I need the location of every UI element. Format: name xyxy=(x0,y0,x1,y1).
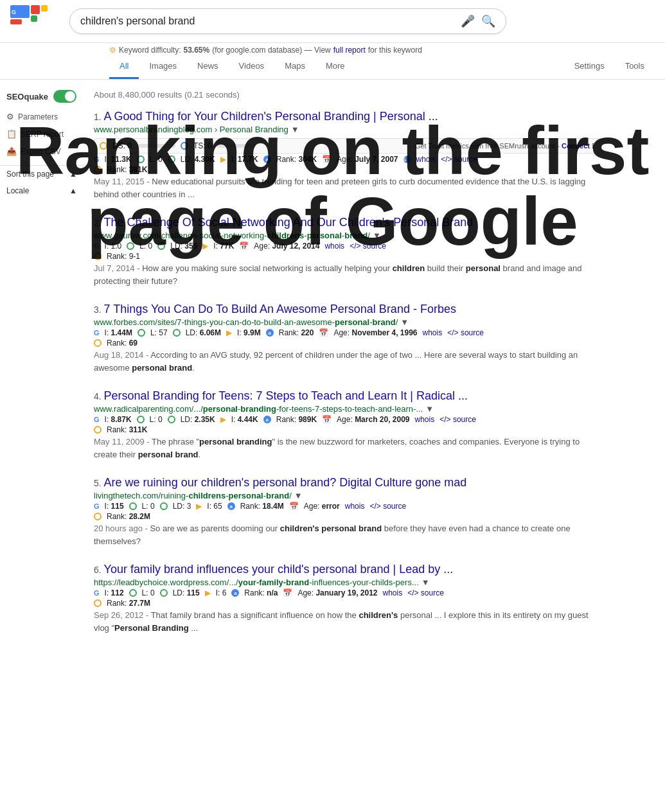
seoquake-toggle-row: SEOquake xyxy=(0,85,84,108)
url-dropdown[interactable]: ▼ xyxy=(294,491,303,500)
svg-rect-1 xyxy=(31,5,40,14)
ld-icon xyxy=(168,416,175,423)
result-snippet: So are we as parents dooming our childre… xyxy=(94,524,571,546)
kw-full-report-link[interactable]: full report xyxy=(333,46,366,55)
metric-rank: Rank: n/a xyxy=(244,588,278,597)
kw-note: (for google.com database) — View xyxy=(212,46,331,55)
search-box[interactable]: 🎤 🔍 xyxy=(69,8,506,34)
cal-icon: 📅 xyxy=(239,242,249,251)
seo-metrics-2: Rank: 28.2M xyxy=(94,512,600,521)
result-number: 3. 7 Things You Can Do To Build An Aweso… xyxy=(94,303,600,316)
source-link[interactable]: </> source xyxy=(350,242,386,251)
whois-link[interactable]: whois xyxy=(324,242,344,251)
tab-all[interactable]: All xyxy=(109,55,139,79)
sidebar-parameters[interactable]: ⚙ Parameters xyxy=(0,108,84,125)
whois-link[interactable]: whois xyxy=(345,502,365,511)
source-link[interactable]: </> source xyxy=(439,415,476,424)
result-title-link[interactable]: Are we ruining our children's personal b… xyxy=(104,476,467,489)
rank-icon: a xyxy=(266,329,274,337)
result-date-snippet: May 11, 2009 - The phrase "personal bran… xyxy=(94,436,600,461)
whois-link[interactable]: whois xyxy=(423,328,443,337)
metric-g: G xyxy=(94,329,100,337)
metric-rank2: Rank: 28.2M xyxy=(107,512,150,521)
svg-rect-4 xyxy=(10,19,22,24)
seo-metrics: G I: 1.44M L: 57 LD: 6.06M ▶ I: 9.9M a R… xyxy=(94,328,600,337)
result-title-link[interactable]: The Challenge Of Social Networking And O… xyxy=(104,216,474,229)
rank-icon: a xyxy=(227,502,235,510)
cal-icon: 📅 xyxy=(289,502,299,511)
tab-settings[interactable]: Settings xyxy=(564,55,615,79)
locale-chevron-icon: ▲ xyxy=(69,186,77,195)
source-link[interactable]: </> source xyxy=(441,155,477,164)
search-icon[interactable]: 🔍 xyxy=(481,14,495,28)
result-snippet: That family brand has a significant infl… xyxy=(94,610,589,633)
source-link[interactable]: </> source xyxy=(447,328,484,337)
source-link[interactable]: </> source xyxy=(407,588,444,597)
result-title-link[interactable]: 7 Things You Can Do To Build An Awesome … xyxy=(104,303,456,315)
mic-icon[interactable]: 🎤 xyxy=(461,14,475,28)
tab-more[interactable]: More xyxy=(315,55,355,79)
result-url: www.forbes.com/sites/7-things-you-can-do… xyxy=(94,317,600,327)
url-dropdown[interactable]: ▼ xyxy=(400,317,409,327)
l-icon xyxy=(129,502,137,510)
sidebar-export-csv[interactable]: 📤 Export CSV xyxy=(0,143,84,160)
bullet-orange: ▶ xyxy=(226,328,232,337)
metric-rank2: Rank: 27.7M xyxy=(107,599,150,608)
l-icon xyxy=(137,155,145,163)
metric-l: L: 0 xyxy=(142,502,155,511)
result-date-snippet: May 11, 2015 - New educational pursuits … xyxy=(94,175,600,200)
ld-icon xyxy=(160,589,168,597)
locale-toggle[interactable]: Locale ▲ xyxy=(6,186,77,195)
tab-tools[interactable]: Tools xyxy=(615,55,655,79)
metric-rank: Rank: 220 xyxy=(279,328,314,337)
result-title-link[interactable]: Your family brand influences your child'… xyxy=(104,563,454,576)
whois-link[interactable]: whois xyxy=(415,415,435,424)
tab-images[interactable]: Images xyxy=(139,55,187,79)
result-item: 3. 7 Things You Can Do To Build An Aweso… xyxy=(94,303,600,374)
export-icon: 📤 xyxy=(6,146,17,156)
url-dropdown[interactable]: ▼ xyxy=(421,578,430,587)
sort-this-page[interactable]: Sort this page ▲ xyxy=(6,170,77,179)
search-input[interactable] xyxy=(80,15,454,27)
url-dropdown[interactable]: ▼ xyxy=(291,125,299,134)
metric-age: Age: November 4, 1996 xyxy=(333,328,417,337)
source-link[interactable]: </> source xyxy=(369,502,406,511)
bullet-orange: ▶ xyxy=(202,242,208,251)
svg-rect-2 xyxy=(41,5,48,12)
metric-rank: Rank: 18.4M xyxy=(240,502,284,511)
semrush-connect-link[interactable]: Connect xyxy=(562,142,590,150)
metric-i: I: 115 xyxy=(105,502,124,511)
url-dropdown[interactable]: ▼ xyxy=(373,231,381,240)
person-icon: 👤 xyxy=(403,155,411,163)
result-title-link[interactable]: A Good Thing for Your Children's Persona… xyxy=(104,110,438,123)
tab-news[interactable]: News xyxy=(187,55,229,79)
tab-videos[interactable]: Videos xyxy=(229,55,275,79)
result-number: 1. A Good Thing for Your Children's Pers… xyxy=(94,110,600,123)
metric-i: I: 112 xyxy=(105,588,124,597)
whois-link[interactable]: whois xyxy=(416,155,436,164)
rank-icon: a xyxy=(231,589,239,597)
seo-metrics: G I: 11.3K L: 0 LD: 4.30K ▶ I: 17.7K a R… xyxy=(94,155,600,164)
seo-metrics-2: Rank: 9-1 xyxy=(94,252,600,261)
rank2-circle xyxy=(94,513,102,520)
result-number: 6. Your family brand influences your chi… xyxy=(94,563,600,576)
sidebar-serp-report[interactable]: 📋 SERP report xyxy=(0,125,84,143)
metric-rank2: Rank: 311K xyxy=(107,425,147,434)
metric-l: L: 57 xyxy=(150,328,168,337)
result-number: 4. Personal Branding for Teens: 7 Steps … xyxy=(94,389,600,403)
l-icon xyxy=(137,329,145,337)
locale-section: Locale ▲ xyxy=(0,182,84,199)
google-logo: G xyxy=(10,5,55,32)
seo-metrics: G I: 8.87K L: 0 LD: 2.35K ▶ I: 4.44K a R… xyxy=(94,415,600,424)
seoquake-toggle-switch[interactable] xyxy=(53,90,76,103)
main-layout: SEOquake ⚙ Parameters 📋 SERP report 📤 Ex… xyxy=(0,80,665,660)
whois-link[interactable]: whois xyxy=(383,588,403,597)
url-text: https://leadbychoice.wordpress.com/.../y… xyxy=(94,578,419,587)
metric-age: Age: error xyxy=(304,502,340,511)
sidebar-export-label: Export CSV xyxy=(21,147,61,156)
cal-icon: 📅 xyxy=(283,588,292,597)
tab-maps[interactable]: Maps xyxy=(274,55,315,79)
result-title-link[interactable]: Personal Branding for Teens: 7 Steps to … xyxy=(104,389,468,402)
url-dropdown[interactable]: ▼ xyxy=(425,404,434,414)
result-item: 4. Personal Branding for Teens: 7 Steps … xyxy=(94,389,600,461)
